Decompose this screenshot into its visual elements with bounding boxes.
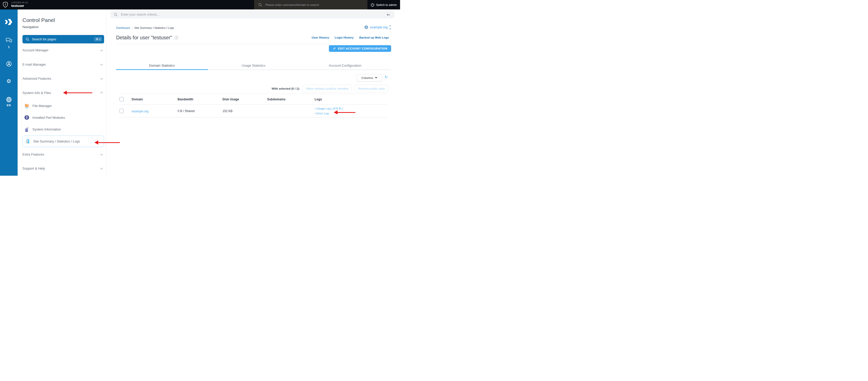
user-history-link[interactable]: User History [312,36,329,39]
chevron-down-icon [100,167,103,169]
column-header-domain: Domain [132,97,178,101]
language-globe-icon[interactable] [0,96,18,102]
breadcrumb: Dashboard › Site Summary / Statistics / … [116,26,174,29]
switch-to-admin-button[interactable]: Switch to admin [367,0,400,9]
chevron-down-icon [100,152,103,155]
nav-section-support-help[interactable]: Support & Help [23,165,104,172]
panel-title: Control Panel [23,17,55,23]
logs-cell: • Usage Log ( 870 B ) • Error Log [315,106,387,116]
search-shortcut-badge: ⌘K [385,12,392,17]
admin-search-input[interactable] [265,3,367,7]
tickets-icon[interactable] [0,38,18,43]
icon-rail: 1 ⚙ EN [0,9,18,176]
switch-to-admin-label: Switch to admin [376,3,397,6]
ticket-count-badge: 1 [0,46,18,49]
domains-table: Domain Bandwidth Disk Usage Subdomains L… [119,94,387,117]
page-title: Details for user "testuser" [116,35,172,40]
active-tab-indicator [116,69,208,70]
heading-divider [116,44,391,44]
search-icon [26,37,29,41]
panel-subtitle: Navigation [23,25,39,29]
language-code[interactable]: EN [0,104,18,107]
file-manager-icon [24,103,29,109]
search-for-pages-button[interactable]: Search for pages ⌘ J [23,35,104,43]
nav-section-account-manager[interactable]: Account Manager [23,46,104,54]
account-icon[interactable] [0,61,18,67]
tab-domain-statistics[interactable]: Domain Statistics [116,62,208,69]
disk-usage-cell: 152 KB [222,109,267,113]
nav-section-system-info-files[interactable]: System Info & Files [23,89,104,96]
navigation-panel: Control Panel Navigation Search for page… [18,9,106,176]
error-log-link[interactable]: • Error Log [315,111,387,116]
nav-item-site-summary-statistics-logs[interactable]: Site Summary / Statistics / Logs [23,136,104,147]
chevron-updown-icon [389,26,391,29]
nav-section-extra-features[interactable]: Extra Features [23,150,104,158]
make-stats-public-button[interactable]: Make statistics publicly viewable [303,85,352,92]
search-icon [114,13,118,17]
power-icon [371,3,374,7]
search-for-pages-label: Search for pages [32,37,91,41]
column-header-bandwidth: Bandwidth [178,97,222,101]
refresh-icon[interactable]: ↻ [384,75,388,80]
perl-icon [24,115,29,120]
column-header-disk-usage: Disk Usage [222,97,267,101]
bandwidth-cell: 0 B / Shared [178,109,222,113]
nav-item-system-information[interactable]: System Information [24,125,104,134]
login-history-link[interactable]: Login History [335,36,353,39]
chevron-up-icon [100,92,103,94]
directadmin-logo[interactable] [0,18,18,26]
quick-links: User History Login History Backed up Web… [312,36,389,39]
system-information-icon [24,127,29,132]
nav-section-advanced-features[interactable]: Advanced Features [23,75,104,82]
help-icon[interactable]: ? [175,36,178,39]
table-header-row: Domain Bandwidth Disk Usage Subdomains L… [119,94,387,105]
page-search-bar[interactable]: ⌘K [110,11,395,19]
settings-gear-icon[interactable]: ⚙ [0,79,18,84]
caret-down-icon [375,77,377,79]
page-search-input[interactable] [120,12,382,17]
domain-selector[interactable]: example.org [364,25,391,29]
backed-up-web-logs-link[interactable]: Backed up Web Logs [359,36,389,39]
domain-link[interactable]: example.org [132,110,149,113]
search-icon [258,3,262,7]
bulk-actions-row: With selected (0 / 1): Make statistics p… [272,85,388,92]
topbar-username: testuser [11,4,24,8]
shield-icon [3,2,8,8]
tab-usage-statistics[interactable]: Usage Statistics [208,62,299,69]
tab-bar: Domain Statistics Usage Statistics Accou… [116,62,391,69]
top-bar: LOGGED IN AS testuser Switch to admin [0,0,400,9]
breadcrumb-dashboard-link[interactable]: Dashboard [116,26,130,29]
nav-item-file-manager[interactable]: File Manager [24,101,104,110]
usage-log-link[interactable]: • Usage Log ( 870 B ) [315,106,387,111]
chevron-down-icon [100,77,103,80]
remove-public-stats-button[interactable]: Remove public stats [355,85,388,92]
tab-account-configuration[interactable]: Account Configuration [299,62,391,69]
column-header-logs: Logs [315,97,387,101]
logged-in-as-label: LOGGED IN AS [11,1,28,4]
column-header-subdomains: Subdomains [267,97,315,101]
pencil-icon: ✎ [333,47,336,51]
columns-dropdown-button[interactable]: Columns [357,74,382,82]
edit-account-configuration-button[interactable]: ✎ EDIT ACCOUNT CONFIGURATION [329,45,391,52]
nav-item-installed-perl-modules[interactable]: Installed Perl Modules [24,113,104,122]
search-shortcut-badge: ⌘ J [94,37,102,41]
table-row: example.org 0 B / Shared 152 KB • Usage … [119,105,387,117]
breadcrumb-current: Site Summary / Statistics / Logs [134,26,174,29]
chevron-down-icon [100,48,103,51]
site-statistics-icon [25,139,30,144]
selected-domain: example.org [370,26,388,29]
globe-icon [364,25,368,29]
nav-section-email-manager[interactable]: E-mail Manager [23,60,104,68]
main-content: ⌘K Dashboard › Site Summary / Statistics… [106,9,400,176]
page-title-row: Details for user "testuser" ? [116,35,178,40]
chevron-down-icon [100,63,103,65]
select-all-checkbox[interactable] [119,97,124,101]
breadcrumb-separator: › [132,26,133,29]
row-checkbox[interactable] [119,109,124,113]
admin-search-bar[interactable] [254,0,367,9]
with-selected-label: With selected (0 / 1): [272,87,300,90]
